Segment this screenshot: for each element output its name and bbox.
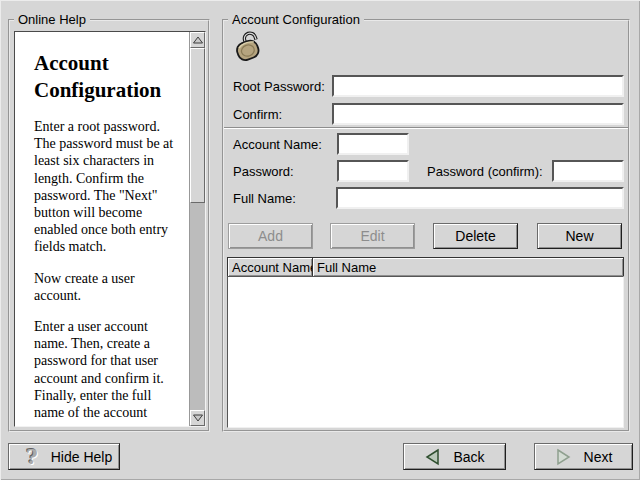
next-button-label: Next bbox=[584, 449, 613, 465]
edit-button[interactable]: Edit bbox=[330, 223, 415, 249]
help-title: Account Configuration bbox=[34, 50, 183, 104]
full-name-input[interactable] bbox=[336, 187, 624, 209]
help-paragraph: Now create a user account. bbox=[34, 270, 183, 304]
help-viewport: Account Configuration Enter a root passw… bbox=[14, 31, 206, 427]
back-arrow-icon bbox=[424, 448, 441, 466]
scrollbar-thumb[interactable] bbox=[190, 48, 205, 203]
password-confirm-input[interactable] bbox=[552, 160, 624, 182]
account-configuration-frame-label: Account Configuration bbox=[228, 12, 364, 27]
scroll-down-button[interactable] bbox=[190, 410, 205, 426]
password-input[interactable] bbox=[337, 160, 409, 182]
next-button[interactable]: Next bbox=[534, 443, 633, 470]
hide-help-button[interactable]: ? Hide Help bbox=[8, 443, 120, 470]
delete-button[interactable]: Delete bbox=[433, 223, 518, 249]
column-header-account-name[interactable]: Account Name bbox=[227, 257, 313, 277]
new-button-label: New bbox=[565, 228, 593, 244]
delete-button-label: Delete bbox=[455, 228, 495, 244]
add-button[interactable]: Add bbox=[228, 223, 313, 249]
account-name-input[interactable] bbox=[337, 133, 409, 155]
confirm-label: Confirm: bbox=[233, 107, 282, 122]
password-confirm-label: Password (confirm): bbox=[427, 164, 543, 179]
online-help-frame: Online Help Account Configuration Enter … bbox=[8, 19, 210, 432]
scroll-up-button[interactable] bbox=[190, 32, 205, 48]
hide-help-button-label: Hide Help bbox=[51, 449, 112, 465]
account-name-label: Account Name: bbox=[233, 137, 322, 152]
new-button[interactable]: New bbox=[537, 223, 622, 249]
password-label: Password: bbox=[233, 164, 294, 179]
column-header-full-name[interactable]: Full Name bbox=[312, 257, 624, 277]
section-separator bbox=[224, 127, 628, 129]
scroll-down-icon bbox=[193, 414, 203, 422]
user-list[interactable] bbox=[227, 276, 624, 428]
help-scrollbar[interactable] bbox=[189, 32, 205, 426]
root-password-label: Root Password: bbox=[233, 79, 325, 94]
next-arrow-icon bbox=[555, 448, 572, 466]
account-configuration-frame: Account Configuration Root Password: Con… bbox=[222, 19, 630, 432]
back-button-label: Back bbox=[453, 449, 484, 465]
back-button[interactable]: Back bbox=[403, 443, 506, 470]
padlock-icon bbox=[228, 30, 266, 66]
confirm-password-input[interactable] bbox=[332, 103, 624, 125]
help-text: Account Configuration Enter a root passw… bbox=[15, 32, 189, 426]
installer-window: { "help": { "frame_label": "Online Help"… bbox=[0, 0, 640, 480]
root-password-input[interactable] bbox=[332, 75, 624, 97]
help-paragraph: Enter a user account name. Then, create … bbox=[34, 318, 183, 421]
add-button-label: Add bbox=[258, 228, 283, 244]
scroll-up-icon bbox=[193, 36, 203, 44]
edit-button-label: Edit bbox=[360, 228, 384, 244]
question-mark-icon: ? bbox=[26, 447, 38, 467]
full-name-label: Full Name: bbox=[233, 191, 296, 206]
online-help-frame-label: Online Help bbox=[14, 12, 90, 27]
help-paragraph: Enter a root password. The password must… bbox=[34, 118, 183, 256]
